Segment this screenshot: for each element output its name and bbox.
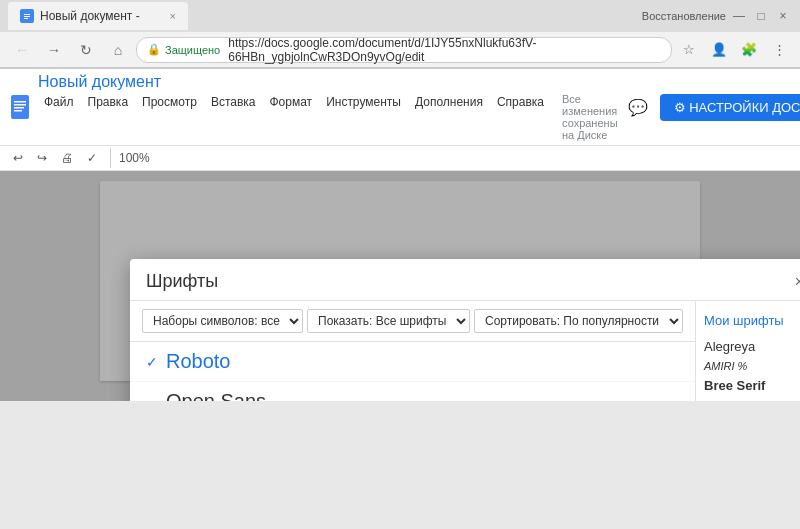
restore-label: Восстановление bbox=[642, 10, 726, 22]
show-filter[interactable]: Показать: Все шрифты bbox=[307, 309, 470, 333]
print-btn[interactable]: 🖨 bbox=[56, 148, 78, 168]
svg-rect-8 bbox=[14, 110, 22, 112]
dialog-right-panel: Мои шрифты Alegreya × AMIRI % × Bree Ser… bbox=[696, 301, 800, 401]
menu-tools[interactable]: Инструменты bbox=[320, 93, 407, 141]
font-item-open-sans[interactable]: Open Sans bbox=[130, 382, 695, 401]
close-btn[interactable]: × bbox=[774, 7, 792, 25]
font-item-roboto[interactable]: ✓ Roboto bbox=[130, 342, 695, 382]
dialog-left-panel: Наборы символов: все Показать: Все шрифт… bbox=[130, 301, 696, 401]
sort-filter[interactable]: Сортировать: По популярности bbox=[474, 309, 683, 333]
menu-addons[interactable]: Дополнения bbox=[409, 93, 489, 141]
docs-formatting-toolbar: ↩ ↪ 🖨 ✓ 100% bbox=[0, 146, 800, 171]
tab-close-btn[interactable]: × bbox=[170, 10, 176, 22]
font-name-open-sans: Open Sans bbox=[166, 390, 266, 401]
secure-icon: 🔒 bbox=[147, 43, 161, 56]
browser-top-right: Восстановление — □ × bbox=[642, 7, 792, 25]
main-content: Шрифты × Наборы символов: все Показать: … bbox=[0, 171, 800, 401]
back-btn[interactable]: ← bbox=[8, 36, 36, 64]
menu-format[interactable]: Формат bbox=[263, 93, 318, 141]
tab-title: Новый документ - bbox=[40, 9, 140, 23]
checkmark-icon: ✓ bbox=[146, 354, 166, 370]
my-fonts-title: Мои шрифты bbox=[704, 309, 800, 336]
tab-favicon bbox=[20, 9, 34, 23]
my-font-calibri[interactable]: Calibri × bbox=[704, 396, 800, 401]
my-font-name-amiri: AMIRI % bbox=[704, 360, 747, 372]
my-font-name-bree: Bree Serif bbox=[704, 378, 765, 393]
secure-text: Защищено bbox=[165, 44, 220, 56]
svg-rect-1 bbox=[24, 14, 30, 15]
menu-insert[interactable]: Вставка bbox=[205, 93, 262, 141]
address-right-buttons: ☆ 👤 🧩 ⋮ bbox=[676, 37, 792, 63]
dialog-header: Шрифты × bbox=[130, 259, 800, 301]
address-bar: ← → ↻ ⌂ 🔒 Защищено https://docs.google.c… bbox=[0, 32, 800, 68]
my-font-amiri[interactable]: AMIRI % × bbox=[704, 357, 800, 375]
filter-row: Наборы символов: все Показать: Все шрифт… bbox=[130, 301, 695, 342]
maximize-btn[interactable]: □ bbox=[752, 7, 770, 25]
menu-file[interactable]: Файл bbox=[38, 93, 80, 141]
saved-status: Все изменения сохранены на Диске bbox=[562, 93, 618, 141]
my-font-name-calibri: Calibri bbox=[704, 399, 741, 401]
zoom-level[interactable]: 100% bbox=[119, 151, 150, 165]
dialog-body: Наборы символов: все Показать: Все шрифт… bbox=[130, 301, 800, 401]
redo-btn[interactable]: ↪ bbox=[32, 148, 52, 168]
svg-rect-6 bbox=[14, 104, 26, 106]
minimize-btn[interactable]: — bbox=[730, 7, 748, 25]
toolbar-separator bbox=[110, 148, 111, 168]
doc-title[interactable]: Новый документ bbox=[38, 73, 618, 91]
spellcheck-btn[interactable]: ✓ bbox=[82, 148, 102, 168]
my-font-alegreya[interactable]: Alegreya × bbox=[704, 336, 800, 357]
charset-filter[interactable]: Наборы символов: все bbox=[142, 309, 303, 333]
docs-menu: Файл Правка Просмотр Вставка Формат Инст… bbox=[38, 93, 618, 141]
fonts-dialog: Шрифты × Наборы символов: все Показать: … bbox=[130, 259, 800, 401]
extensions-btn[interactable]: 🧩 bbox=[736, 37, 762, 63]
docs-logo bbox=[8, 89, 32, 125]
dialog-close-btn[interactable]: × bbox=[795, 273, 800, 291]
svg-rect-3 bbox=[24, 18, 28, 19]
comment-btn[interactable]: 💬 bbox=[624, 93, 652, 121]
svg-rect-7 bbox=[14, 107, 24, 109]
my-font-bree[interactable]: Bree Serif × bbox=[704, 375, 800, 396]
font-name-roboto: Roboto bbox=[166, 350, 231, 373]
url-text: https://docs.google.com/document/d/1IJY5… bbox=[228, 36, 661, 64]
active-tab[interactable]: Новый документ - × bbox=[8, 2, 188, 30]
font-list: ✓ Roboto Open Sans Lato Montserrat bbox=[130, 342, 695, 401]
menu-view[interactable]: Просмотр bbox=[136, 93, 203, 141]
home-btn[interactable]: ⌂ bbox=[104, 36, 132, 64]
share-btn[interactable]: ⚙ НАСТРОЙКИ ДОСТУПА bbox=[660, 94, 800, 121]
docs-toolbar-right: 💬 ⚙ НАСТРОЙКИ ДОСТУПА A bbox=[624, 92, 800, 122]
menu-edit[interactable]: Правка bbox=[82, 93, 135, 141]
url-bar[interactable]: 🔒 Защищено https://docs.google.com/docum… bbox=[136, 37, 672, 63]
undo-btn[interactable]: ↩ bbox=[8, 148, 28, 168]
docs-title-area: Новый документ Файл Правка Просмотр Вста… bbox=[38, 73, 618, 141]
bookmark-btn[interactable]: ☆ bbox=[676, 37, 702, 63]
svg-rect-5 bbox=[14, 101, 26, 103]
dialog-title: Шрифты bbox=[146, 271, 795, 292]
forward-btn[interactable]: → bbox=[40, 36, 68, 64]
docs-toolbar: Новый документ Файл Правка Просмотр Вста… bbox=[0, 69, 800, 146]
tab-bar: Новый документ - × Восстановление — □ × bbox=[0, 0, 800, 32]
svg-rect-2 bbox=[24, 16, 30, 17]
reload-btn[interactable]: ↻ bbox=[72, 36, 100, 64]
profile-btn[interactable]: 👤 bbox=[706, 37, 732, 63]
my-font-name-alegreya: Alegreya bbox=[704, 339, 755, 354]
settings-btn[interactable]: ⋮ bbox=[766, 37, 792, 63]
menu-help[interactable]: Справка bbox=[491, 93, 550, 141]
